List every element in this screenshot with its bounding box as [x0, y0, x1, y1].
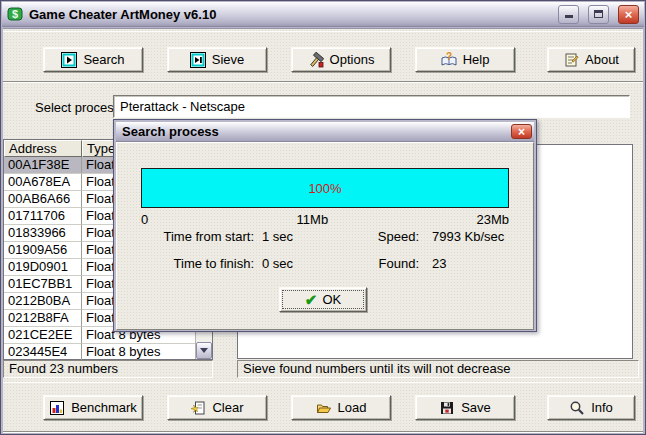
scroll-down-icon [200, 348, 208, 353]
dialog-titlebar[interactable]: Search process × [116, 122, 534, 142]
progress-bar: 100% [141, 168, 509, 208]
status-hint: Sieve found numbers until its will not d… [237, 360, 639, 378]
sieve-step-icon [190, 52, 206, 68]
check-icon: ✔ [305, 292, 318, 307]
sieve-button-label: Sieve [212, 52, 245, 67]
benchmark-button[interactable]: Benchmark [43, 395, 143, 420]
scale-end: 23Mb [476, 212, 509, 227]
about-button-label: About [585, 52, 619, 67]
time-from-start-label: Time from start: [141, 229, 254, 244]
benchmark-chart-icon [49, 400, 65, 416]
dialog-close-button[interactable]: × [511, 124, 532, 139]
floppy-disk-icon [439, 400, 455, 416]
found-label: Found: [372, 256, 419, 271]
scale-mid: 11Mb [297, 212, 329, 227]
window-title: Game Cheater ArtMoney v6.10 [29, 7, 216, 22]
progress-scale: 0 11Mb 23Mb [141, 212, 509, 227]
time-to-finish-value: 0 sec [262, 256, 372, 271]
search-process-dialog: Search process × 100% 0 11Mb 23Mb Time f… [113, 119, 537, 332]
search-play-icon [61, 52, 77, 68]
help-book-icon: ? [441, 52, 457, 68]
scale-start: 0 [141, 212, 148, 227]
load-button[interactable]: Load [291, 395, 391, 420]
speed-label: Speed: [372, 229, 419, 244]
select-process-label: Select process [35, 100, 120, 115]
options-button[interactable]: Options [291, 47, 391, 72]
scroll-down-button[interactable] [196, 342, 212, 359]
close-button[interactable]: × [618, 5, 639, 24]
benchmark-button-label: Benchmark [71, 400, 137, 415]
process-combobox-value: Pterattack - Netscape [120, 99, 245, 114]
time-from-start-value: 1 sec [262, 229, 372, 244]
maximize-button[interactable] [588, 5, 609, 24]
progress-percent: 100% [308, 181, 341, 196]
bottom-panel: Benchmark Clear Load [3, 382, 643, 432]
save-button-label: Save [461, 400, 491, 415]
clear-page-icon [190, 400, 206, 416]
options-button-label: Options [330, 52, 375, 67]
search-button-label: Search [83, 52, 124, 67]
sieve-button[interactable]: Sieve [167, 47, 267, 72]
svg-text:?: ? [446, 52, 452, 62]
about-button[interactable]: About [547, 47, 635, 72]
svg-text:$: $ [12, 8, 18, 20]
open-folder-icon [316, 400, 332, 416]
status-found: Found 23 numbers [3, 360, 213, 378]
maximize-icon [594, 10, 603, 18]
app-icon: $ [7, 6, 23, 22]
about-note-icon [563, 52, 579, 68]
titlebar[interactable]: $ Game Cheater ArtMoney v6.10 × [2, 2, 644, 27]
ok-button-focus: ✔ OK [283, 291, 363, 308]
help-button-label: Help [463, 52, 490, 67]
help-button[interactable]: ? Help [415, 47, 515, 72]
info-button[interactable]: Info [547, 395, 635, 420]
save-button[interactable]: Save [415, 395, 515, 420]
dialog-title: Search process [122, 124, 219, 139]
info-button-label: Info [591, 400, 613, 415]
minimize-icon [565, 10, 573, 18]
tools-icon [308, 52, 324, 68]
client-area: Search Sieve [3, 28, 643, 432]
clear-button-label: Clear [212, 400, 243, 415]
load-button-label: Load [338, 400, 367, 415]
ok-button-label: OK [322, 292, 341, 307]
speed-value: 7993 Kb/sec [432, 229, 504, 244]
clear-button[interactable]: Clear [167, 395, 267, 420]
dialog-close-icon: × [518, 126, 525, 138]
time-to-finish-label: Time to finish: [141, 256, 254, 271]
dialog-body: 100% 0 11Mb 23Mb Time from start: 1 sec … [116, 142, 534, 330]
minimize-button[interactable] [558, 5, 579, 24]
column-header-address[interactable]: Address [4, 140, 82, 157]
artmoney-window: $ Game Cheater ArtMoney v6.10 × Search [0, 0, 646, 435]
process-combobox[interactable]: Pterattack - Netscape [113, 95, 630, 118]
close-icon: × [625, 8, 633, 21]
stats-row-2: Time to finish: 0 sec Found: 23 [141, 256, 509, 271]
search-button[interactable]: Search [43, 47, 143, 72]
stats-row-1: Time from start: 1 sec Speed: 7993 Kb/se… [141, 229, 509, 244]
table-row[interactable]: 023445E4Float 8 bytes [4, 344, 212, 361]
found-value: 23 [432, 256, 446, 271]
toolbar-panel: Search Sieve [3, 31, 643, 82]
ok-button[interactable]: ✔ OK [279, 287, 367, 312]
magnifier-icon [569, 400, 585, 416]
